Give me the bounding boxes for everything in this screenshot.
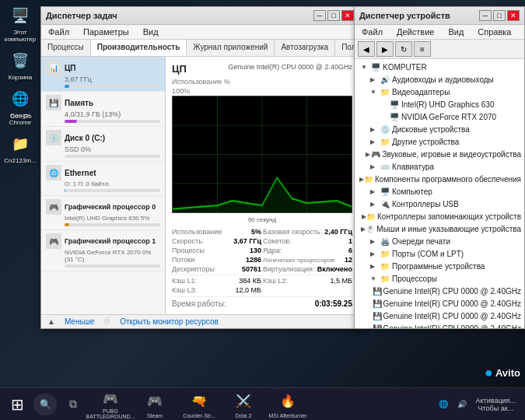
tree-item-cpu-3[interactable]: 💾 Genuine Intel(R) CPU 0000 @ 2.40GHz [356,322,523,328]
minimize-button[interactable]: ─ [313,10,326,21]
menu-params[interactable]: Параметры [81,26,131,37]
monitor-resources-link[interactable]: Открыть монитор ресурсов [120,317,219,326]
tree-item-ports[interactable]: ▶ 📁 Порты (COM и LPT) [356,247,523,260]
tree-item-storage[interactable]: ▶ 📁 Контроллеры запоминающих устройств [356,210,523,222]
tree-item-mice[interactable]: ▶ 🖱️ Мыши и иные указывающие устройства [356,222,523,235]
tree-item-usb[interactable]: ▶ 🔌 Контроллеры USB [356,198,523,210]
tree-item-video[interactable]: ▼ 📁 Видеоадаптеры [356,86,523,98]
dm-menu-action[interactable]: Действие [394,26,436,37]
tree-item-cpu-0[interactable]: 💾 Genuine Intel(R) CPU 0000 @ 2.40GHz [356,285,523,297]
desktop-icon-chrome[interactable]: 🌐 Google Chrome [2,87,39,126]
taskbar-app-steam[interactable]: 🎮 Steam [134,390,176,419]
threads-label: Потоки [172,256,194,264]
desktop-icon-computer[interactable]: 🖥️ Этот компьютер [2,4,39,43]
process-list: 📊 ЦП 3,67 ГГц 💾 Память 4,0/31,9 ГБ (13%) [41,57,166,314]
menu-view[interactable]: Вид [141,26,161,37]
tree-item-sound[interactable]: ▶ 🎮 Звуковые, игровые и видеоустройства [356,148,523,160]
tray-clock[interactable]: Активация... Чтобы ак... [473,395,519,414]
tray-sound-icon[interactable]: 🔊 [454,398,470,410]
memory-bar-container [65,120,160,123]
software-tree-icon: 📁 [364,173,373,184]
dm-tool-refresh[interactable]: ↻ [395,41,412,57]
cores-value: 6 [348,247,352,254]
process-item-disk[interactable]: 💿 Диск 0 (C:) SSD 0% [41,127,165,162]
cpu-title: ЦП [172,63,187,75]
taskbar-app-cs[interactable]: 🔫 Counter-Str... [178,390,220,419]
start-button[interactable]: ⊞ [3,390,31,418]
dm-close-button[interactable]: ✕ [507,10,520,21]
usage-label: Использование [172,228,222,236]
tab-autostart[interactable]: Автозагрузка [275,40,335,56]
stat-speed: Скорость: 3,67 ГГц [172,237,261,245]
virt-value: Включено [317,265,352,273]
taskbar-app-pubg[interactable]: 🎮 PUBG BATTLEGROUND... [89,390,131,419]
threads-value: 1286 [246,256,261,264]
task-view-icon: ⧉ [69,397,77,411]
dm-tool-back[interactable]: ◀ [358,41,375,57]
tree-item-intel-gpu[interactable]: 🖥️ Intel(R) UHD Graphics 630 [356,98,523,110]
maximize-button[interactable]: □ [327,10,340,21]
tab-applog[interactable]: Журнал приложений [187,40,275,56]
taskbar-app-dota[interactable]: ⚔️ Dota 2 [222,390,264,419]
close-button[interactable]: ✕ [341,10,354,21]
cpu1-tree-icon: 💾 [373,298,382,309]
tree-label-disks: Дисковые устройства [392,125,470,134]
search-button[interactable]: 🔍 [33,394,57,415]
stat-virt: Виртуализация: Включено [263,265,352,273]
l2-value: 1,5 МБ [331,277,352,285]
dm-menu-view[interactable]: Вид [446,26,466,37]
dm-menu-help[interactable]: Справка [475,26,513,37]
tree-item-audio[interactable]: ▶ 🔊 Аудиовходы и аудиовыходы [356,73,523,86]
tree-item-cpu-1[interactable]: 💾 Genuine Intel(R) CPU 0000 @ 2.40GHz [356,297,523,310]
tree-arrow-keyboard: ▶ [370,163,380,170]
taskbar-app-msi[interactable]: 🔥 MSI Afterburner [267,390,309,419]
process-item-gpu1[interactable]: 🎮 Графический процессор 1 NVIDIA GeForce… [41,230,165,271]
nvidia-gpu-icon: 🖥️ [389,111,400,122]
tree-item-computer[interactable]: ▼ 🖥️ KOMPUTER [356,61,523,73]
desktop-icon-trash[interactable]: 🗑️ Корзина [2,49,39,81]
menu-file[interactable]: Файл [46,26,72,37]
less-button[interactable]: Меньше [65,317,94,326]
tree-item-keyboard[interactable]: ▶ ⌨️ Клавиатура [356,160,523,173]
dm-maximize-button[interactable]: □ [493,10,506,21]
cpu-process-name: ЦП [65,64,76,72]
tree-item-disks[interactable]: ▶ 💿 Дисковые устройства [356,123,523,135]
process-item-cpu[interactable]: 📊 ЦП 3,67 ГГц [41,57,165,92]
dm-tool-forward[interactable]: ▶ [376,41,394,57]
process-item-gpu0[interactable]: 🎮 Графический процессор 0 Intel(R) UHD G… [41,196,165,230]
tray-network-icon[interactable]: 🌐 [436,398,451,410]
tree-item-other[interactable]: ▶ 📁 Другие устройства [356,135,523,148]
tab-performance[interactable]: Производительность [91,40,187,56]
tree-item-softdev[interactable]: ▶ 📁 Программные устройства [356,260,523,272]
cpu-process-speed: 3,67 ГГц [65,75,160,83]
logical-label: Логических процессоров: [263,257,336,264]
tree-arrow-softdev: ▶ [370,263,380,270]
audio-tree-icon: 🔊 [380,74,390,85]
tree-label-cpu-2: Genuine Intel(R) CPU 0000 @ 2.40GHz [383,312,521,320]
tree-item-software[interactable]: ▶ 📁 Компоненты программного обеспечения [356,173,523,185]
tree-item-nvidia-gpu[interactable]: 🖥️ NVIDIA GeForce RTX 2070 [356,110,523,123]
handles-value: 50761 [242,265,261,273]
task-view-button[interactable]: ⧉ [59,390,87,418]
process-item-ethernet[interactable]: 🌐 Ethernet О: 1 П: 0 байт/с [41,162,165,196]
tree-item-comp[interactable]: ▶ 🖥️ Компьютер [356,185,523,198]
tree-item-cpu-2[interactable]: 💾 Genuine Intel(R) CPU 0000 @ 2.40GHz [356,310,523,322]
tab-processes[interactable]: Процессы [41,40,91,56]
dm-minimize-button[interactable]: ─ [479,10,492,21]
dm-menu-file[interactable]: Файл [359,26,385,37]
intel-gpu-icon: 🖥️ [389,99,400,110]
process-item-memory[interactable]: 💾 Память 4,0/31,9 ГБ (13%) [41,92,165,127]
dm-tool-properties[interactable]: ≡ [414,41,431,57]
handles-label: Дескрипторы [172,265,215,273]
tree-item-processors[interactable]: ▼ 📁 Процессоры [356,272,523,285]
cpu2-tree-icon: 💾 [373,310,382,321]
tree-item-print[interactable]: ▶ 🖨️ Очереди печати [356,235,523,247]
desktop-icon-folder[interactable]: 📁 Cn2123m... [2,132,39,164]
stat-usage: Использование 5% [172,228,261,236]
gpu1-process-name: Графический процессор 1 [65,237,156,245]
tree-arrow-audio: ▶ [370,76,380,83]
tree-label-ports: Порты (COM и LPT) [392,250,464,258]
tree-arrow-comp: ▶ [370,188,380,195]
base-speed-label: Базовая скорость: [263,228,322,236]
cache-stats: Кэш L1: 384 КБ Кэш L2: 1,5 МБ Кэш L3: 12… [172,275,352,294]
